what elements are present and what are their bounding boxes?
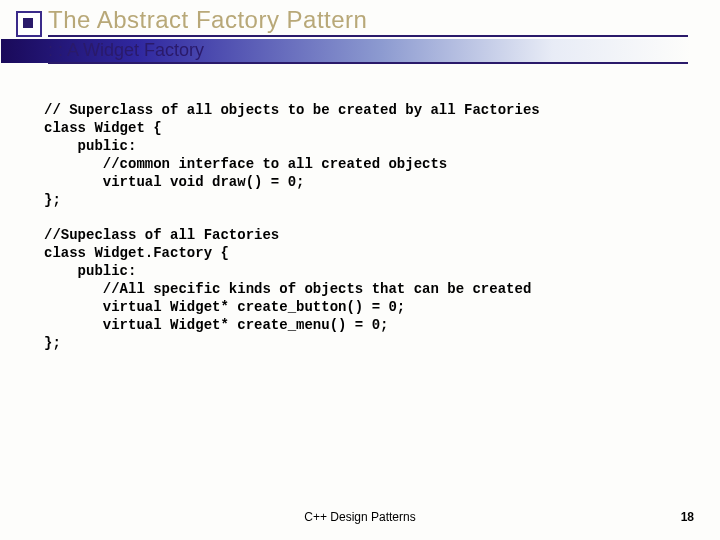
code-line: class Widget {	[44, 120, 162, 136]
footer-text: C++ Design Patterns	[0, 510, 720, 524]
code-line: //All specific kinds of objects that can…	[44, 281, 531, 297]
slide-subtitle: : : A Widget Factory	[48, 39, 688, 64]
code-line: public:	[44, 263, 136, 279]
title-bar: The Abstract Factory Pattern	[0, 0, 720, 37]
code-line: };	[44, 192, 61, 208]
code-line: virtual Widget* create_menu() = 0;	[44, 317, 388, 333]
code-line: //common interface to all created object…	[44, 156, 447, 172]
code-line: virtual void draw() = 0;	[44, 174, 304, 190]
slide-title: The Abstract Factory Pattern	[48, 6, 688, 37]
code-line: // Superclass of all objects to be creat…	[44, 102, 540, 118]
subtitle-bar: : : A Widget Factory	[0, 39, 720, 64]
code-line: //Supeclass of all Factories	[44, 227, 279, 243]
code-block: // Superclass of all objects to be creat…	[44, 102, 676, 353]
code-line: virtual Widget* create_button() = 0;	[44, 299, 405, 315]
page-number: 18	[681, 510, 694, 524]
code-line: };	[44, 335, 61, 351]
bullet-icon	[16, 11, 38, 33]
code-line: class Widget.Factory {	[44, 245, 229, 261]
code-line: public:	[44, 138, 136, 154]
